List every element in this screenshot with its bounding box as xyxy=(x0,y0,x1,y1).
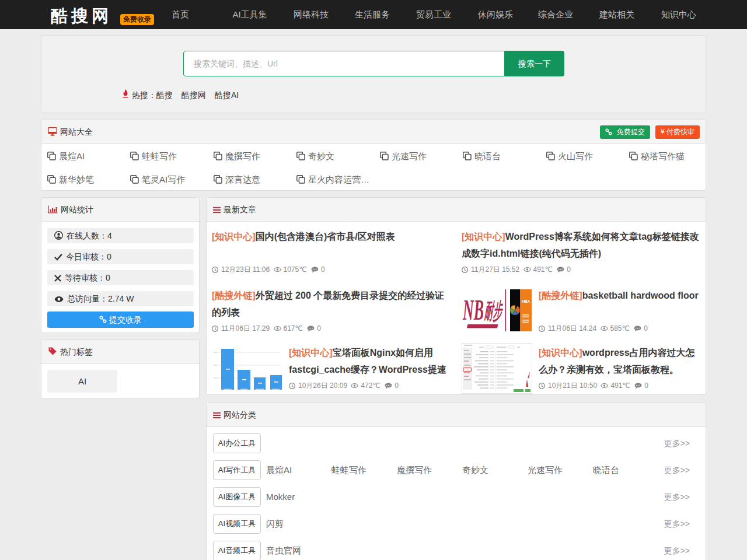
svg-text:NB: NB xyxy=(462,293,484,326)
svg-text:FIBA: FIBA xyxy=(522,299,530,304)
